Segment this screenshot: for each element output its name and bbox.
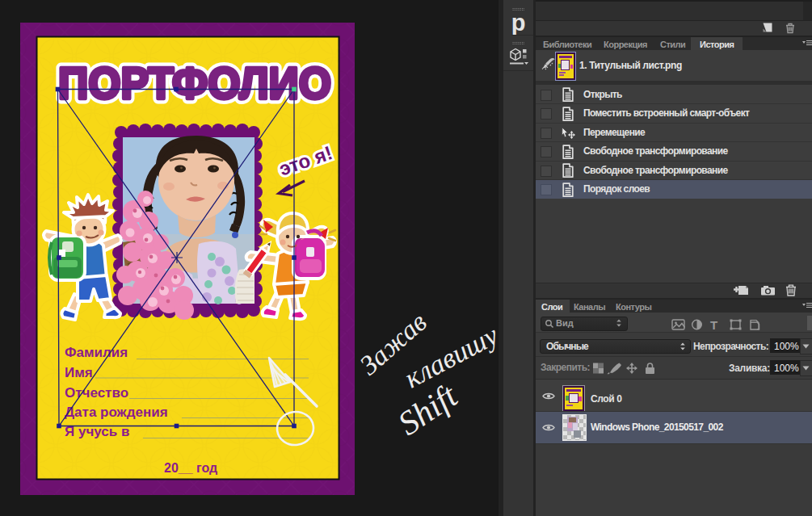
svg-text:ПОРТФОЛИО: ПОРТФОЛИО <box>58 57 331 108</box>
svg-text:Дата рождения: Дата рождения <box>65 405 168 420</box>
svg-text:Отчество: Отчество <box>65 385 128 401</box>
svg-text:20__ год: 20__ год <box>164 461 217 475</box>
svg-text:Имя: Имя <box>65 365 93 380</box>
svg-text:p: p <box>511 10 526 36</box>
svg-text:Фамилия: Фамилия <box>65 345 128 360</box>
svg-text:T: T <box>710 318 717 332</box>
svg-text:Shift: Shift <box>391 376 465 443</box>
